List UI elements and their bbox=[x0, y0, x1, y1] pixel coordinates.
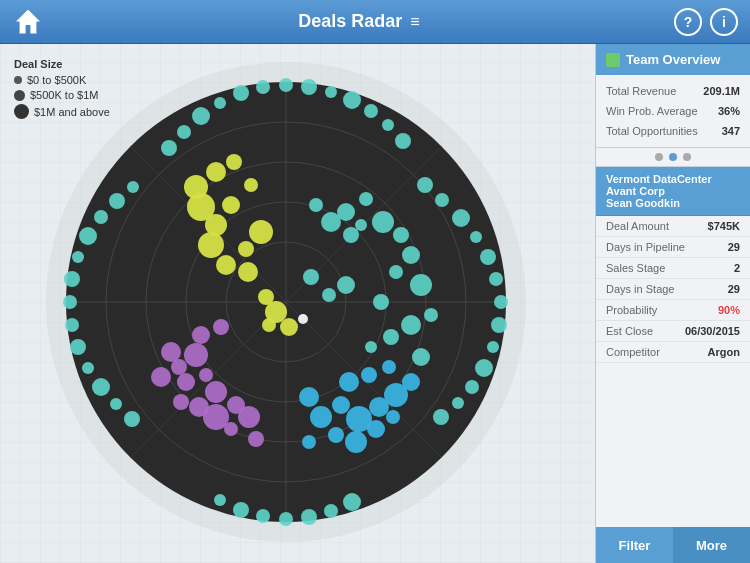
detail-row-days-stage: Days in Stage 29 bbox=[596, 279, 750, 300]
home-button[interactable] bbox=[12, 6, 44, 38]
detail-label-amount: Deal Amount bbox=[606, 220, 669, 232]
svg-point-11 bbox=[301, 79, 317, 95]
detail-value-competitor: Argon bbox=[708, 346, 740, 358]
svg-point-46 bbox=[79, 227, 97, 245]
svg-point-38 bbox=[324, 504, 338, 518]
svg-point-41 bbox=[233, 502, 249, 518]
svg-point-105 bbox=[303, 269, 319, 285]
svg-point-12 bbox=[325, 86, 337, 98]
svg-point-50 bbox=[92, 378, 110, 396]
detail-label-days-stage: Days in Stage bbox=[606, 283, 674, 295]
svg-point-93 bbox=[402, 246, 420, 264]
svg-point-47 bbox=[65, 318, 79, 332]
svg-point-62 bbox=[244, 178, 258, 192]
help-button[interactable]: ? bbox=[674, 8, 702, 36]
detail-label-close: Est Close bbox=[606, 325, 653, 337]
svg-point-75 bbox=[177, 373, 195, 391]
svg-point-16 bbox=[233, 85, 249, 101]
svg-point-54 bbox=[109, 193, 125, 209]
svg-point-123 bbox=[298, 314, 308, 324]
page-dot-2[interactable] bbox=[669, 153, 677, 161]
pagination[interactable] bbox=[596, 148, 750, 167]
svg-point-91 bbox=[393, 227, 409, 243]
svg-point-96 bbox=[373, 294, 389, 310]
svg-point-94 bbox=[389, 265, 403, 279]
svg-point-72 bbox=[151, 367, 171, 387]
deal-card[interactable]: Vermont DataCenter Avant Corp Sean Goodk… bbox=[596, 167, 750, 216]
detail-label-pipeline: Days in Pipeline bbox=[606, 241, 685, 253]
stat-label-win-prob: Win Prob. Average bbox=[606, 105, 698, 117]
detail-value-probability: 90% bbox=[718, 304, 740, 316]
svg-point-43 bbox=[63, 295, 77, 309]
svg-point-116 bbox=[299, 387, 319, 407]
stat-row-opportunities: Total Opportunities 347 bbox=[596, 121, 750, 141]
detail-label-stage: Sales Stage bbox=[606, 262, 665, 274]
svg-point-77 bbox=[205, 381, 227, 403]
detail-row-stage: Sales Stage 2 bbox=[596, 258, 750, 279]
deal-company: Vermont DataCenter bbox=[606, 173, 740, 185]
svg-point-83 bbox=[238, 406, 260, 428]
svg-point-76 bbox=[199, 368, 213, 382]
svg-point-101 bbox=[412, 348, 430, 366]
svg-point-25 bbox=[487, 341, 499, 353]
page-dot-3[interactable] bbox=[683, 153, 691, 161]
svg-point-120 bbox=[382, 360, 396, 374]
svg-point-99 bbox=[383, 329, 399, 345]
svg-point-51 bbox=[110, 398, 122, 410]
detail-row-probability: Probability 90% bbox=[596, 300, 750, 321]
svg-point-27 bbox=[465, 380, 479, 394]
detail-row-pipeline: Days in Pipeline 29 bbox=[596, 237, 750, 258]
svg-point-97 bbox=[424, 308, 438, 322]
detail-row-competitor: Competitor Argon bbox=[596, 342, 750, 363]
svg-point-31 bbox=[452, 209, 470, 227]
svg-point-106 bbox=[322, 288, 336, 302]
svg-point-64 bbox=[216, 255, 236, 275]
svg-point-70 bbox=[280, 318, 298, 336]
svg-point-45 bbox=[72, 251, 84, 263]
svg-point-48 bbox=[70, 339, 86, 355]
svg-point-40 bbox=[256, 509, 270, 523]
svg-point-119 bbox=[339, 372, 359, 392]
svg-point-42 bbox=[214, 494, 226, 506]
svg-point-37 bbox=[301, 509, 317, 525]
svg-point-53 bbox=[94, 210, 108, 224]
info-button[interactable]: i bbox=[710, 8, 738, 36]
header-title-area: Deals Radar ≡ bbox=[298, 11, 419, 32]
detail-label-probability: Probability bbox=[606, 304, 657, 316]
detail-row-close: Est Close 06/30/2015 bbox=[596, 321, 750, 342]
more-button[interactable]: More bbox=[673, 527, 750, 563]
svg-point-30 bbox=[470, 231, 482, 243]
svg-point-49 bbox=[82, 362, 94, 374]
svg-point-24 bbox=[491, 317, 507, 333]
svg-point-115 bbox=[386, 410, 400, 424]
stat-value-opportunities: 347 bbox=[722, 125, 740, 137]
stat-label-opportunities: Total Opportunities bbox=[606, 125, 698, 137]
svg-point-26 bbox=[475, 359, 493, 377]
svg-point-32 bbox=[452, 397, 464, 409]
deal-org: Avant Corp bbox=[606, 185, 740, 197]
svg-point-82 bbox=[224, 422, 238, 436]
right-panel: Team Overview Total Revenue 209.1M Win P… bbox=[595, 44, 750, 563]
svg-point-98 bbox=[401, 315, 421, 335]
svg-point-17 bbox=[214, 97, 226, 109]
svg-point-100 bbox=[365, 341, 377, 353]
svg-point-61 bbox=[222, 196, 240, 214]
svg-point-35 bbox=[417, 177, 433, 193]
menu-icon[interactable]: ≡ bbox=[410, 13, 419, 31]
deal-person: Sean Goodkin bbox=[606, 197, 740, 209]
radar-chart[interactable] bbox=[41, 57, 531, 551]
svg-point-108 bbox=[310, 406, 332, 428]
svg-point-118 bbox=[361, 367, 377, 383]
svg-point-66 bbox=[249, 220, 273, 244]
stat-row-win-prob: Win Prob. Average 36% bbox=[596, 101, 750, 121]
filter-button[interactable]: Filter bbox=[596, 527, 673, 563]
svg-point-63 bbox=[198, 232, 224, 258]
svg-point-21 bbox=[177, 125, 191, 139]
page-dot-1[interactable] bbox=[655, 153, 663, 161]
detail-label-competitor: Competitor bbox=[606, 346, 660, 358]
svg-point-13 bbox=[343, 91, 361, 109]
header-actions: ? i bbox=[674, 8, 738, 36]
legend-dot-small bbox=[14, 76, 22, 84]
svg-point-23 bbox=[494, 295, 508, 309]
radar-area[interactable]: Deal Size $0 to $500K $500K to $1M $1M a… bbox=[0, 44, 595, 563]
